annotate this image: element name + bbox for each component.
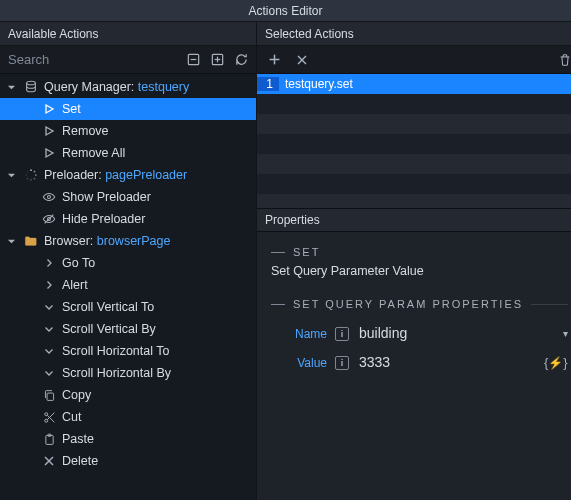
section-set-title: SET: [271, 246, 568, 258]
close-icon: [41, 455, 57, 467]
action-scroll-horizontal-to[interactable]: Scroll Horizontal To: [0, 340, 256, 362]
actions-tree[interactable]: Query Manager: testquery Set Remove Remo…: [0, 74, 256, 500]
eye-off-icon: [41, 212, 57, 226]
item-label: Remove All: [62, 146, 125, 160]
chevron-down-icon: [4, 237, 18, 246]
info-icon[interactable]: i: [335, 327, 349, 341]
search-input[interactable]: [6, 52, 178, 67]
svg-point-13: [27, 171, 29, 173]
action-paste[interactable]: Paste: [0, 428, 256, 450]
chevron-down-icon: [41, 346, 57, 356]
chevron-down-icon: [41, 368, 57, 378]
property-value-row: Value i {⚡}: [271, 353, 568, 372]
selected-actions-pane: Selected Actions 1 testquery.set Propert…: [257, 22, 571, 500]
action-scroll-vertical-by[interactable]: Scroll Vertical By: [0, 318, 256, 340]
chevron-right-icon: [41, 280, 57, 290]
refresh-button[interactable]: [232, 51, 250, 69]
svg-point-14: [48, 196, 51, 199]
item-label: Remove: [62, 124, 109, 138]
svg-point-8: [35, 174, 37, 176]
svg-point-18: [44, 412, 47, 415]
item-label: Show Preloader: [62, 190, 151, 204]
action-remove[interactable]: Remove: [0, 120, 256, 142]
play-icon: [41, 147, 57, 159]
action-set[interactable]: Set: [0, 98, 256, 120]
search-toolbar: [0, 46, 256, 74]
expand-all-button[interactable]: [208, 51, 226, 69]
name-label: Name: [271, 327, 327, 341]
binding-icon[interactable]: {⚡}: [544, 355, 568, 370]
copy-icon: [41, 389, 57, 402]
selected-actions-header: Selected Actions: [257, 22, 571, 46]
value-label: Value: [271, 356, 327, 370]
svg-point-6: [30, 169, 32, 171]
remove-button[interactable]: [293, 51, 311, 69]
action-hide-preloader[interactable]: Hide Preloader: [0, 208, 256, 230]
group-browser[interactable]: Browser: browserPage: [0, 230, 256, 252]
row-text: testquery.set: [279, 77, 571, 91]
item-label: Scroll Horizontal To: [62, 344, 169, 358]
selected-actions-list[interactable]: 1 testquery.set: [257, 74, 571, 208]
item-label: Set: [62, 102, 81, 116]
svg-point-12: [25, 174, 27, 176]
collapse-all-button[interactable]: [184, 51, 202, 69]
chevron-down-icon: [4, 83, 18, 92]
action-scroll-horizontal-by[interactable]: Scroll Horizontal By: [0, 362, 256, 384]
svg-point-7: [34, 171, 36, 173]
svg-point-19: [44, 419, 47, 422]
action-go-to[interactable]: Go To: [0, 252, 256, 274]
properties-header: Properties: [257, 208, 571, 232]
clipboard-icon: [41, 433, 57, 446]
action-copy[interactable]: Copy: [0, 384, 256, 406]
chevron-right-icon: [41, 258, 57, 268]
action-delete[interactable]: Delete: [0, 450, 256, 472]
chevron-down-icon[interactable]: ▾: [563, 328, 568, 339]
item-label: Alert: [62, 278, 88, 292]
group-query-manager[interactable]: Query Manager: testquery: [0, 76, 256, 98]
action-show-preloader[interactable]: Show Preloader: [0, 186, 256, 208]
item-label: Delete: [62, 454, 98, 468]
item-label: Hide Preloader: [62, 212, 145, 226]
row-number: 1: [257, 77, 279, 91]
trash-button[interactable]: [556, 51, 571, 69]
item-label: Scroll Vertical By: [62, 322, 156, 336]
action-remove-all[interactable]: Remove All: [0, 142, 256, 164]
eye-icon: [41, 190, 57, 204]
property-name-row: Name i ▾: [271, 324, 568, 343]
chevron-down-icon: [41, 302, 57, 312]
add-button[interactable]: [265, 51, 283, 69]
properties-body: SET Set Query Parameter Value SET QUERY …: [257, 232, 571, 500]
svg-rect-22: [45, 435, 52, 444]
available-actions-header: Available Actions: [0, 22, 256, 46]
section-set-desc: Set Query Parameter Value: [271, 264, 568, 278]
chevron-down-icon: [4, 171, 18, 180]
selected-action-row[interactable]: 1 testquery.set: [257, 74, 571, 94]
name-input[interactable]: [357, 324, 555, 343]
item-label: Scroll Horizontal By: [62, 366, 171, 380]
svg-point-10: [30, 179, 32, 181]
group-preloader[interactable]: Preloader: pagePreloader: [0, 164, 256, 186]
chevron-down-icon: [41, 324, 57, 334]
svg-point-5: [27, 81, 36, 85]
value-input[interactable]: [357, 353, 536, 372]
scissors-icon: [41, 411, 57, 424]
group-label: Preloader: pagePreloader: [44, 168, 187, 182]
item-label: Cut: [62, 410, 81, 424]
selected-toolbar: [257, 46, 571, 74]
svg-point-11: [27, 178, 29, 180]
database-icon: [23, 80, 39, 94]
action-alert[interactable]: Alert: [0, 274, 256, 296]
action-scroll-vertical-to[interactable]: Scroll Vertical To: [0, 296, 256, 318]
action-cut[interactable]: Cut: [0, 406, 256, 428]
item-label: Scroll Vertical To: [62, 300, 154, 314]
item-label: Copy: [62, 388, 91, 402]
spinner-icon: [23, 168, 39, 182]
info-icon[interactable]: i: [335, 356, 349, 370]
window-title: Actions Editor: [0, 0, 571, 22]
play-icon: [41, 125, 57, 137]
available-actions-pane: Available Actions Query Manager: testque…: [0, 22, 257, 500]
folder-icon: [23, 234, 39, 248]
item-label: Go To: [62, 256, 95, 270]
group-label: Query Manager: testquery: [44, 80, 189, 94]
svg-point-9: [34, 178, 36, 180]
